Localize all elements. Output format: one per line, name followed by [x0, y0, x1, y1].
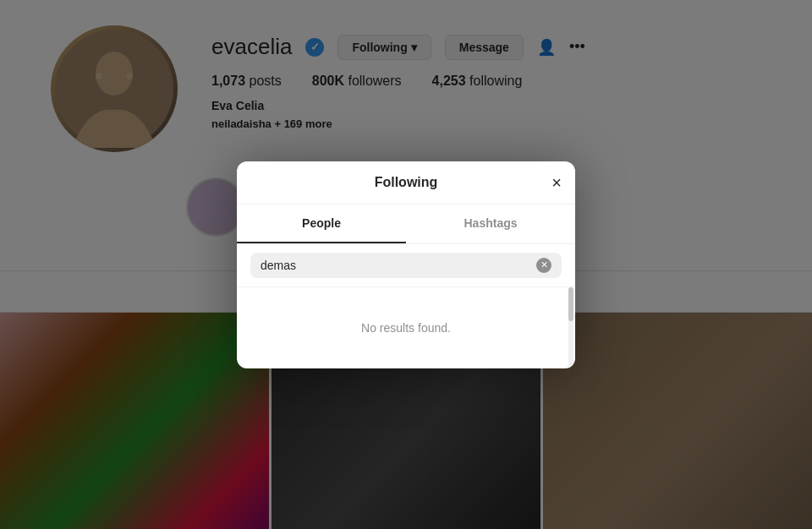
no-results-text: No results found.	[237, 287, 575, 368]
search-clear-button[interactable]: ✕	[536, 258, 551, 273]
close-button[interactable]: ×	[551, 174, 562, 191]
search-wrapper: ✕	[250, 253, 562, 278]
modal-overlay: Following × People Hashtags ✕ No results…	[0, 0, 812, 529]
following-modal: Following × People Hashtags ✕ No results…	[237, 161, 575, 368]
scrollbar-thumb[interactable]	[568, 287, 573, 321]
search-input[interactable]	[261, 259, 529, 272]
modal-header: Following ×	[237, 161, 575, 205]
modal-tabs: People Hashtags	[237, 205, 575, 244]
modal-title: Following	[375, 175, 438, 190]
tab-people[interactable]: People	[237, 205, 406, 243]
modal-body: No results found.	[237, 287, 575, 368]
tab-hashtags[interactable]: Hashtags	[406, 205, 575, 243]
scrollbar-track[interactable]	[568, 287, 573, 368]
search-row: ✕	[237, 244, 575, 287]
